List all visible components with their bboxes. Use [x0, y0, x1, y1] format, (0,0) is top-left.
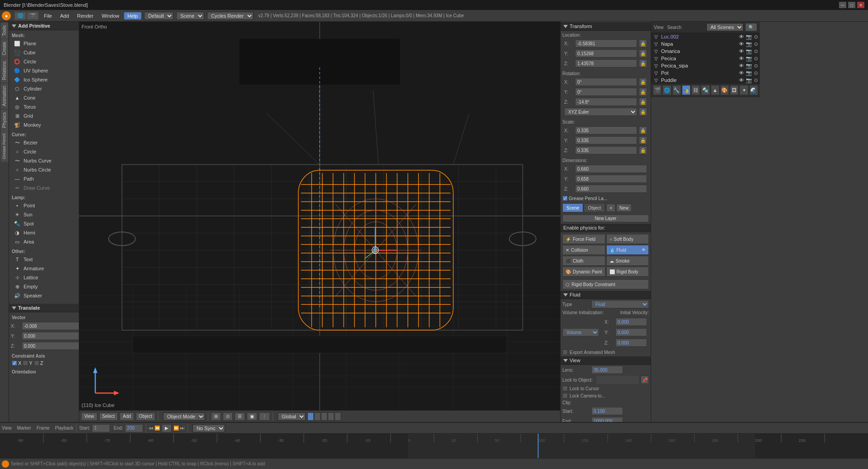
outliner-item-pot[interactable]: ▽ Pot 👁 📷 ⊙: [651, 69, 760, 77]
workspace-select[interactable]: Default: [144, 12, 173, 20]
translate-y-input[interactable]: [22, 332, 79, 340]
rigid-body-constraint-btn[interactable]: ⬡ Rigid Body Constraint: [562, 279, 649, 289]
search-icon-btn[interactable]: 🔍: [745, 23, 757, 31]
dim-y-input[interactable]: [575, 175, 647, 183]
lamp-spot[interactable]: 🔦 Spot: [9, 219, 79, 228]
rot-y-input[interactable]: [575, 88, 637, 96]
other-text[interactable]: T Text: [9, 255, 79, 264]
render-icon-pecica-sipa[interactable]: ⊙: [754, 63, 758, 69]
fluid-section-header[interactable]: Fluid: [561, 290, 651, 299]
tl-play-btn[interactable]: ▶: [162, 424, 172, 432]
rot-x-input[interactable]: [575, 78, 637, 86]
scale-z-lock[interactable]: 🔒: [639, 146, 647, 154]
new-layer-btn[interactable]: New Layer: [562, 215, 649, 222]
layer-btn-4[interactable]: [328, 412, 334, 421]
eye-icon-pecica[interactable]: 👁: [739, 56, 744, 61]
scale-x-input[interactable]: [575, 126, 637, 134]
viewport-icon-btn-2[interactable]: ⊙: [223, 412, 233, 421]
add-scene-icon-btn[interactable]: +: [606, 204, 615, 212]
mesh-cube[interactable]: ⬛ Cube: [9, 48, 79, 57]
rot-mode-lock[interactable]: 🔒: [639, 108, 647, 116]
props-world-icon[interactable]: 🔧: [672, 85, 681, 95]
viewport-icon-btn-1[interactable]: ⊞: [211, 412, 221, 421]
vol-init-select[interactable]: Volume: [562, 328, 599, 336]
eye-icon-napa[interactable]: 👁: [739, 41, 744, 47]
other-lattice[interactable]: ⊹ Lattice: [9, 273, 79, 282]
dynamic-paint-btn[interactable]: 🎨 Dynamic Paint: [562, 267, 605, 277]
transform-section-header[interactable]: Transform: [561, 22, 651, 31]
loc-x-input[interactable]: [575, 39, 637, 48]
soft-body-btn[interactable]: ○ Soft Body: [606, 234, 649, 244]
maximize-button[interactable]: □: [848, 2, 855, 8]
create-tab[interactable]: Create: [1, 39, 8, 58]
loc-y-input[interactable]: [575, 49, 637, 57]
draw-curve[interactable]: ✏ Draw Curve: [9, 183, 79, 192]
lamp-sun[interactable]: ☀ Sun: [9, 210, 79, 219]
physics-section-header[interactable]: Enable physics for:: [561, 223, 651, 232]
render-icon-omarica[interactable]: ⊙: [754, 48, 758, 54]
outliner-item-luc002[interactable]: ▽ Luc.002 👁 📷 ⊙: [651, 33, 760, 40]
axis-x-toggle[interactable]: ✓ X: [12, 360, 21, 366]
cam-icon-omarica[interactable]: 📷: [746, 48, 752, 54]
translate-x-input[interactable]: [22, 322, 79, 330]
vel-z-input[interactable]: [615, 339, 647, 347]
vel-y-input[interactable]: [615, 328, 647, 336]
cam-icon-puddle[interactable]: 📷: [746, 77, 752, 83]
tl-sync-select[interactable]: No Sync: [192, 424, 225, 432]
mesh-circle[interactable]: ⭕ Circle: [9, 57, 79, 66]
clip-start-input[interactable]: [591, 407, 623, 415]
render-icon-napa[interactable]: ⊙: [754, 41, 758, 47]
rot-z-lock[interactable]: 🔒: [639, 98, 647, 106]
rigid-body-btn[interactable]: ⬜ Rigid Body: [606, 267, 649, 277]
lock-to-object-field[interactable]: [596, 376, 639, 384]
loc-z-input[interactable]: [575, 59, 637, 67]
scale-z-input[interactable]: [575, 146, 637, 154]
cam-icon-pecica[interactable]: 📷: [746, 56, 752, 62]
render-icon-btn[interactable]: 🎬: [27, 12, 38, 20]
tl-start-input[interactable]: [92, 424, 110, 432]
lamp-hemi[interactable]: ◑ Hemi: [9, 228, 79, 237]
outliner-item-pecica[interactable]: ▽ Pecica 👁 📷 ⊙: [651, 55, 760, 62]
clip-end-input[interactable]: [591, 417, 623, 422]
viewport-icon-btn-4[interactable]: ▣: [247, 412, 257, 421]
layer-btn-2[interactable]: [314, 412, 321, 421]
eye-icon-pecica-sipa[interactable]: 👁: [739, 63, 744, 68]
rotation-mode-select[interactable]: XYZ Euler: [564, 108, 637, 116]
viewport-object-btn[interactable]: Object: [136, 412, 155, 421]
cam-icon-pot[interactable]: 📷: [746, 70, 752, 76]
axis-y-toggle[interactable]: Y: [23, 360, 32, 366]
other-empty[interactable]: ⊕ Empty: [9, 282, 79, 291]
object-mode-select[interactable]: Object Mode: [163, 412, 205, 421]
props-scene-icon[interactable]: 🌐: [662, 85, 671, 95]
scale-x-lock[interactable]: 🔒: [639, 126, 647, 134]
minimize-button[interactable]: ─: [839, 2, 846, 8]
layer-btn-5[interactable]: [335, 412, 341, 421]
menu-help[interactable]: Help: [124, 12, 142, 19]
add-primitive-header[interactable]: Add Primitive: [9, 22, 79, 30]
eye-icon-puddle[interactable]: 👁: [739, 77, 744, 83]
rot-z-input[interactable]: [575, 98, 637, 106]
mesh-torus[interactable]: ◎ Torus: [9, 102, 79, 111]
lock-camera-checkbox[interactable]: [562, 393, 568, 398]
outliner-item-napa[interactable]: ▽ Napa 👁 📷 ⊙: [651, 40, 760, 48]
lock-to-object-btn[interactable]: 📌: [641, 376, 649, 384]
lamp-area[interactable]: ▭ Area: [9, 237, 79, 246]
dim-z-input[interactable]: [575, 185, 647, 193]
path-item[interactable]: — Path: [9, 174, 79, 183]
loc-x-lock[interactable]: 🔒: [639, 39, 647, 48]
render-icon-pot[interactable]: ⊙: [754, 70, 758, 76]
scene-icon-btn[interactable]: 🌐: [14, 12, 26, 20]
mesh-grid[interactable]: ⊞ Grid: [9, 111, 79, 120]
axis-z-toggle[interactable]: Z: [34, 360, 43, 366]
menu-render[interactable]: Render: [73, 12, 97, 19]
props-modifiers-icon[interactable]: 🔩: [701, 85, 710, 95]
tl-end-input[interactable]: [125, 424, 143, 432]
cam-icon-pecica-sipa[interactable]: 📷: [746, 63, 752, 69]
nurbs-circle[interactable]: ○ Nurbs Circle: [9, 165, 79, 174]
props-texture-icon[interactable]: 🖼: [730, 85, 739, 95]
axis-y-checkbox[interactable]: [23, 360, 28, 366]
force-field-btn[interactable]: ⚡ Force Field: [562, 234, 605, 244]
physics-tab[interactable]: Physics: [1, 110, 8, 130]
outliner-item-puddle[interactable]: ▽ Puddle 👁 📷 ⊙: [651, 77, 760, 84]
scene-tab[interactable]: Scene: [562, 203, 583, 212]
